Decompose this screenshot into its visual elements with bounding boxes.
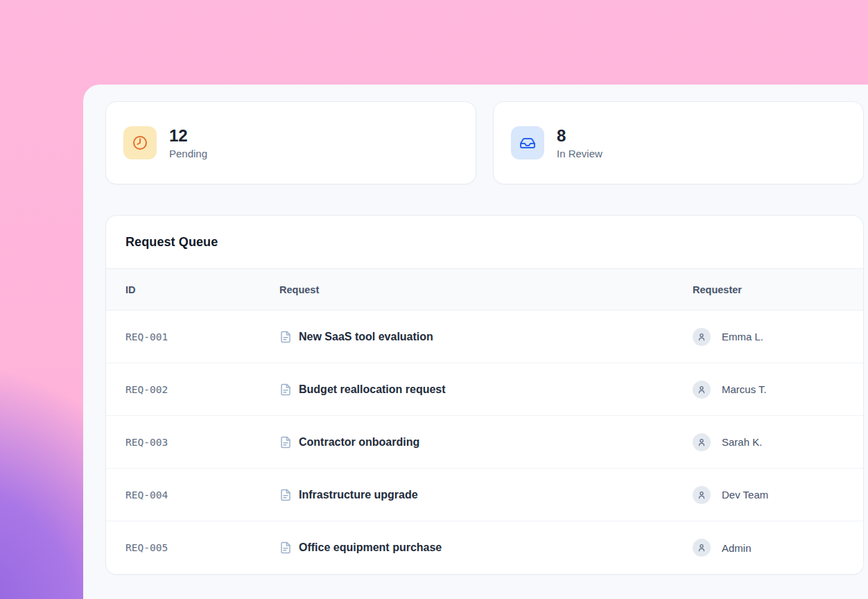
table-row[interactable]: REQ-004 Infrastructure upgrade Dev Team [106,469,863,521]
requester-cell: Emma L. [693,328,847,346]
requester-cell: Marcus T. [693,381,847,399]
request-id: REQ-003 [125,437,279,448]
request-cell: Office equipment purchase [279,541,693,554]
user-avatar-icon [693,328,711,346]
column-header-request: Request [279,284,693,295]
file-text-icon [279,331,292,343]
requester-cell: Admin [693,539,847,557]
stat-text: 12 Pending [169,126,207,159]
stat-label-in-review: In Review [557,148,602,159]
request-queue-card: Request Queue ID Request Requester REQ-0… [105,215,864,575]
request-cell: Budget reallocation request [279,383,693,396]
table-row[interactable]: REQ-002 Budget reallocation request Marc… [106,363,863,416]
request-id: REQ-004 [125,489,279,501]
stat-value-pending: 12 [169,126,207,146]
stat-card-pending: 12 Pending [105,101,476,184]
requester-cell: Dev Team [693,486,847,504]
request-cell: Infrastructure upgrade [279,489,693,501]
inbox-icon [511,126,544,159]
file-text-icon [279,541,292,554]
table-title: Request Queue [125,235,844,250]
clock-icon [123,126,157,159]
requester-name: Emma L. [722,331,763,342]
requester-name: Marcus T. [722,383,767,395]
table-row[interactable]: REQ-001 New SaaS tool evaluation Emma L. [106,311,863,363]
request-title: Contractor onboarding [299,436,419,449]
request-title: Office equipment purchase [299,541,442,554]
table-header-row: ID Request Requester [106,268,863,311]
user-avatar-icon [693,433,711,451]
request-title: Infrastructure upgrade [299,489,418,501]
requester-name: Dev Team [722,489,768,501]
request-id: REQ-005 [125,542,279,553]
requester-name: Admin [722,542,752,554]
stat-text: 8 In Review [557,126,602,159]
file-text-icon [279,383,292,396]
column-header-requester: Requester [693,284,847,295]
requester-name: Sarah K. [722,436,762,448]
user-avatar-icon [693,486,711,504]
request-id: REQ-001 [125,331,279,342]
request-cell: New SaaS tool evaluation [279,331,693,343]
table-row[interactable]: REQ-005 Office equipment purchase Admin [106,521,863,574]
main-panel: 12 Pending 8 In Review [83,85,868,599]
file-text-icon [279,489,292,501]
desktop-background: { "stats": [ { "value": "12", "label": "… [0,0,868,599]
stats-row: 12 Pending 8 In Review [105,101,864,184]
user-avatar-icon [693,539,711,557]
table-row[interactable]: REQ-003 Contractor onboarding Sarah K. [106,416,863,469]
stat-card-in-review: 8 In Review [493,101,864,184]
column-header-id: ID [125,284,279,295]
requester-cell: Sarah K. [693,433,847,451]
stat-label-pending: Pending [169,148,207,159]
request-cell: Contractor onboarding [279,436,693,449]
file-text-icon [279,436,292,449]
request-title: New SaaS tool evaluation [299,331,433,343]
table-body: REQ-001 New SaaS tool evaluation Emma L. [106,311,863,574]
request-title: Budget reallocation request [299,383,446,396]
table-title-row: Request Queue [106,216,863,268]
user-avatar-icon [693,381,711,399]
panel-content: 12 Pending 8 In Review [105,101,864,575]
stat-value-in-review: 8 [557,126,602,146]
request-id: REQ-002 [125,384,279,395]
